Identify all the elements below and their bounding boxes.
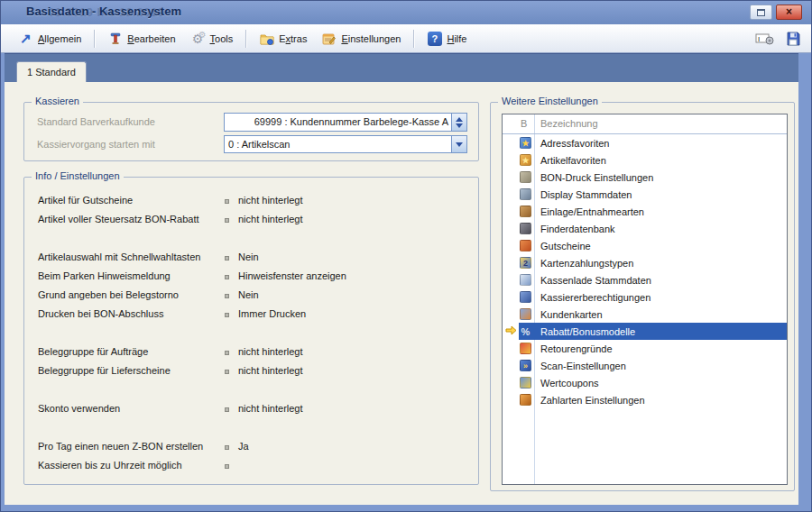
setting-row: Artikel für Gutscheinenicht hinterlegt [24,192,478,211]
bullet-icon [225,464,229,469]
spin-up-icon [456,117,463,122]
setting-row: Artikelauswahl mit SchnellwahltastenNein [24,249,478,268]
setting-label: Artikel für Gutscheine [38,195,133,206]
restore-icon [757,9,765,16]
setting-label: Artikelauswahl mit Schnellwahltasten [38,251,200,262]
setting-row: Beleggruppe für Lieferscheinenicht hinte… [24,362,478,381]
titlebar[interactable]: 01.2019 bis 12.2019 Basisdaten - Kassens… [1,1,811,24]
list-item-label: Artikelfavoriten [540,155,606,166]
list-item-label: BON-Druck Einstellungen [540,172,653,183]
bullet-icon [225,351,229,355]
setting-group: Skonto verwendennicht hinterlegt [24,400,478,419]
display-icon [520,188,531,200]
list-item-label: Adressfavoriten [540,138,609,149]
toolbar-button-bearbeiten[interactable]: Bearbeiten [101,29,181,49]
list-item-scan-einstellungen[interactable]: »Scan-Einstellungen [503,357,787,374]
list-item-artikelfavoriten[interactable]: ★Artikelfavoriten [503,151,787,169]
toolbar-items: ↗AllgemeinBearbeiten⚙⚙ToolsExtrasEinstel… [12,29,755,49]
setting-label: Beleggruppe für Lieferscheine [38,365,171,376]
list-item-label: Gutscheine [540,241,591,251]
toolbar-separator [245,30,246,48]
setting-label: Pro Tag einen neuen Z-BON erstellen [38,441,203,452]
list-header: B Bezeichnung [503,114,787,134]
toolbar-button-label: Hilfe [447,33,466,44]
info-rows: Artikel für Gutscheinenicht hinterlegtAr… [24,178,478,484]
list-item-label: Finderdatenbank [540,224,615,234]
list-item-adressfavoriten[interactable]: ★Adressfavoriten [503,134,787,151]
setting-label: Drucken bei BON-Abschluss [38,308,163,319]
basisdaten-kassensystem-window: 01.2019 bis 12.2019 Basisdaten - Kassens… [0,0,812,512]
close-button[interactable]: × [776,5,802,20]
arrow-up-right-icon: ↗ [18,32,33,46]
list-item-bon-druck-einstellungen[interactable]: BON-Druck Einstellungen [503,169,787,186]
list-item-gutscheine[interactable]: Gutscheine [503,237,787,254]
percent-icon: % [520,325,531,337]
window-controls: × [750,5,802,20]
customer-cards-icon [520,308,531,320]
toolbar-button-label: Allgemein [38,33,81,44]
gears-icon: ⚙⚙ [190,32,206,46]
toolbar-button-einstellungen[interactable]: Einstellungen [315,29,407,49]
toolbar-button-label: Extras [279,33,307,44]
list-item-zahlarten-einstellungen[interactable]: Zahlarten Einstellungen [503,391,787,408]
restore-button[interactable] [750,5,772,20]
setting-group: Artikelauswahl mit SchnellwahltastenNein… [24,249,478,325]
toolbar-button-allgemein[interactable]: ↗Allgemein [12,29,88,49]
list-item-einlage-entnahmearten[interactable]: Einlage/Entnahmearten [503,203,787,220]
deposit-withdrawal-icon [520,206,531,217]
list-item-label: Einlage/Entnahmearten [540,206,644,217]
kassiervorgang-dropdown[interactable]: 0 : Artikelscan [224,135,467,153]
setting-value: nicht hinterlegt [238,403,303,414]
toolbar-button-extras[interactable]: Extras [253,29,313,49]
group-kassieren-legend: Kassieren [32,96,83,106]
bullet-icon [225,275,229,279]
setting-row: Artikel voller Steuersatz BON-Rabattnich… [24,211,478,230]
column-header-bezeichnung: Bezeichnung [540,118,598,129]
save-icon[interactable] [786,32,800,46]
receipt-print-icon [520,171,531,183]
list-item-wertcoupons[interactable]: Wertcoupons [503,374,787,391]
window-title: Basisdaten - Kassensystem [26,5,181,18]
bullet-icon [225,445,229,450]
list-item-label: Wertcoupons [540,378,599,389]
group-kassieren: Kassieren Standard Barverkaufkunde 69999… [23,102,479,161]
payment-types-icon [520,394,531,406]
setting-group: Artikel für Gutscheinenicht hinterlegtAr… [24,192,478,230]
group-weitere-einstellungen: Weitere Einstellungen B Bezeichnung ★Adr… [490,102,795,491]
group-weitere-legend: Weitere Einstellungen [498,96,602,106]
tab-standard[interactable]: 1 Standard [16,61,87,82]
list-item-display-stammdaten[interactable]: Display Stammdaten [503,186,787,203]
settings-list: B Bezeichnung ★Adressfavoriten★Artikelfa… [502,114,788,485]
barverkaufkunde-label: Standard Barverkaufkunde [37,116,155,127]
list-item-finderdatenbank[interactable]: Finderdatenbank [503,220,787,237]
list-item-kartenzahlungstypen[interactable]: 2Kartenzahlungstypen [503,254,787,271]
list-item-rabatt-bonusmodelle[interactable]: %Rabatt/Bonusmodelle [503,323,787,340]
field-search-icon[interactable]: I [755,32,775,46]
chevron-down-icon [456,142,463,147]
spin-down-icon [456,123,463,128]
toolbar-button-hilfe[interactable]: ?Hilfe [420,29,473,49]
settings-notepad-icon [321,32,337,46]
setting-row: Grund angeben bei BelegstornoNein [24,287,478,306]
row-gutter [503,325,519,337]
dropdown-button[interactable] [451,136,466,152]
toolbar-button-tools[interactable]: ⚙⚙Tools [184,29,240,49]
coupons-icon [520,377,531,389]
group-info-einstellungen: Info / Einstellungen Artikel für Gutsche… [23,177,479,485]
list-item-kundenkarten[interactable]: Kundenkarten [503,306,787,323]
setting-label: Beim Parken Hinweismeldung [38,270,171,281]
help-icon: ? [427,32,442,46]
spinner-buttons[interactable] [451,114,466,131]
list-item-retourengruende[interactable]: Retourengründe [503,340,787,357]
list-item-kassenlade-stammdaten[interactable]: Kassenlade Stammdaten [503,271,787,288]
svg-text:I: I [758,34,760,42]
list-item-label: Zahlarten Einstellungen [540,395,645,406]
list-item-label: Kundenkarten [540,309,603,320]
cash-drawer-icon [520,274,531,286]
bullet-icon [225,218,229,223]
tab-strip: 1 Standard [5,53,798,82]
edit-clamp-icon [107,32,123,46]
barverkaufkunde-input[interactable]: 69999 : Kundennummer Barbelege-Kasse A [224,113,467,132]
toolbar-button-label: Einstellungen [341,33,401,44]
list-item-kassiererberechtigungen[interactable]: Kassiererberechtigungen [503,288,787,306]
